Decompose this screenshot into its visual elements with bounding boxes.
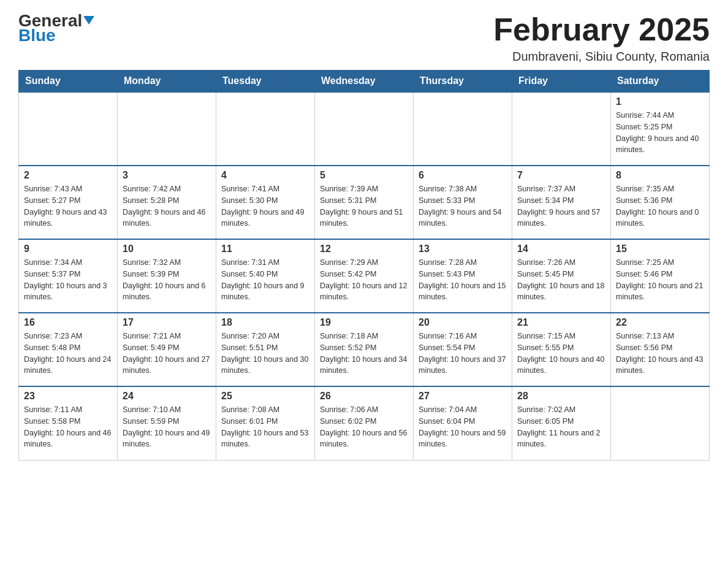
day-info: Sunrise: 7:08 AM Sunset: 6:01 PM Dayligh… (221, 404, 309, 450)
calendar-cell: 22Sunrise: 7:13 AM Sunset: 5:56 PM Dayli… (611, 313, 710, 386)
day-number: 8 (616, 170, 704, 181)
column-header-monday: Monday (118, 71, 216, 93)
calendar-cell: 9Sunrise: 7:34 AM Sunset: 5:37 PM Daylig… (19, 239, 118, 313)
calendar-cell: 12Sunrise: 7:29 AM Sunset: 5:42 PM Dayli… (315, 239, 414, 313)
calendar-cell: 28Sunrise: 7:02 AM Sunset: 6:05 PM Dayli… (512, 386, 611, 460)
day-number: 2 (24, 170, 112, 181)
calendar-cell: 2Sunrise: 7:43 AM Sunset: 5:27 PM Daylig… (19, 166, 118, 239)
calendar-header-row: SundayMondayTuesdayWednesdayThursdayFrid… (19, 71, 710, 93)
day-info: Sunrise: 7:44 AM Sunset: 5:25 PM Dayligh… (616, 110, 704, 156)
calendar-cell: 21Sunrise: 7:15 AM Sunset: 5:55 PM Dayli… (512, 313, 611, 386)
column-header-saturday: Saturday (611, 71, 710, 93)
column-header-tuesday: Tuesday (216, 71, 315, 93)
calendar-cell: 7Sunrise: 7:37 AM Sunset: 5:34 PM Daylig… (512, 166, 611, 239)
day-number: 21 (517, 317, 605, 328)
page-header: General Blue February 2025 Dumbraveni, S… (18, 12, 710, 64)
day-number: 20 (419, 317, 507, 328)
day-info: Sunrise: 7:43 AM Sunset: 5:27 PM Dayligh… (24, 183, 112, 229)
calendar-cell: 10Sunrise: 7:32 AM Sunset: 5:39 PM Dayli… (118, 239, 216, 313)
calendar-cell: 26Sunrise: 7:06 AM Sunset: 6:02 PM Dayli… (315, 386, 414, 460)
day-number: 28 (517, 391, 605, 402)
day-info: Sunrise: 7:41 AM Sunset: 5:30 PM Dayligh… (221, 183, 309, 229)
calendar-week-row: 2Sunrise: 7:43 AM Sunset: 5:27 PM Daylig… (19, 166, 710, 239)
calendar-cell: 27Sunrise: 7:04 AM Sunset: 6:04 PM Dayli… (414, 386, 512, 460)
calendar-cell: 1Sunrise: 7:44 AM Sunset: 5:25 PM Daylig… (611, 92, 710, 166)
calendar-cell: 6Sunrise: 7:38 AM Sunset: 5:33 PM Daylig… (414, 166, 512, 239)
day-info: Sunrise: 7:18 AM Sunset: 5:52 PM Dayligh… (320, 331, 408, 377)
day-info: Sunrise: 7:29 AM Sunset: 5:42 PM Dayligh… (320, 257, 408, 303)
calendar-week-row: 23Sunrise: 7:11 AM Sunset: 5:58 PM Dayli… (19, 386, 710, 460)
column-header-thursday: Thursday (414, 71, 512, 93)
day-info: Sunrise: 7:38 AM Sunset: 5:33 PM Dayligh… (419, 183, 507, 229)
calendar-cell: 18Sunrise: 7:20 AM Sunset: 5:51 PM Dayli… (216, 313, 315, 386)
day-info: Sunrise: 7:02 AM Sunset: 6:05 PM Dayligh… (517, 404, 605, 450)
calendar-cell (414, 92, 512, 166)
day-info: Sunrise: 7:04 AM Sunset: 6:04 PM Dayligh… (419, 404, 507, 450)
day-number: 9 (24, 243, 112, 255)
month-title: February 2025 (493, 12, 710, 47)
column-header-wednesday: Wednesday (315, 71, 414, 93)
calendar-cell: 11Sunrise: 7:31 AM Sunset: 5:40 PM Dayli… (216, 239, 315, 313)
day-number: 16 (24, 317, 112, 328)
calendar-cell (611, 386, 710, 460)
day-number: 24 (123, 391, 211, 402)
day-number: 7 (517, 170, 605, 181)
day-number: 5 (320, 170, 408, 181)
calendar-cell: 16Sunrise: 7:23 AM Sunset: 5:48 PM Dayli… (19, 313, 118, 386)
day-info: Sunrise: 7:42 AM Sunset: 5:28 PM Dayligh… (123, 183, 211, 229)
logo-blue: Blue (18, 27, 56, 44)
day-number: 1 (616, 96, 704, 107)
day-number: 18 (221, 317, 309, 328)
calendar-cell: 19Sunrise: 7:18 AM Sunset: 5:52 PM Dayli… (315, 313, 414, 386)
day-number: 4 (221, 170, 309, 181)
day-number: 6 (419, 170, 507, 181)
calendar-cell (19, 92, 118, 166)
day-info: Sunrise: 7:15 AM Sunset: 5:55 PM Dayligh… (517, 331, 605, 377)
svg-marker-0 (83, 16, 94, 25)
calendar-cell (216, 92, 315, 166)
day-number: 23 (24, 391, 112, 402)
day-info: Sunrise: 7:34 AM Sunset: 5:37 PM Dayligh… (24, 257, 112, 303)
calendar-cell (315, 92, 414, 166)
day-number: 12 (320, 243, 408, 255)
day-info: Sunrise: 7:16 AM Sunset: 5:54 PM Dayligh… (419, 331, 507, 377)
calendar-cell: 13Sunrise: 7:28 AM Sunset: 5:43 PM Dayli… (414, 239, 512, 313)
calendar-cell (118, 92, 216, 166)
calendar-table: SundayMondayTuesdayWednesdayThursdayFrid… (18, 70, 710, 461)
calendar-cell: 5Sunrise: 7:39 AM Sunset: 5:31 PM Daylig… (315, 166, 414, 239)
day-info: Sunrise: 7:37 AM Sunset: 5:34 PM Dayligh… (517, 183, 605, 229)
day-info: Sunrise: 7:13 AM Sunset: 5:56 PM Dayligh… (616, 331, 704, 377)
day-info: Sunrise: 7:10 AM Sunset: 5:59 PM Dayligh… (123, 404, 211, 450)
day-number: 17 (123, 317, 211, 328)
calendar-cell: 14Sunrise: 7:26 AM Sunset: 5:45 PM Dayli… (512, 239, 611, 313)
calendar-cell: 15Sunrise: 7:25 AM Sunset: 5:46 PM Dayli… (611, 239, 710, 313)
calendar-cell: 17Sunrise: 7:21 AM Sunset: 5:49 PM Dayli… (118, 313, 216, 386)
logo-triangle-icon (83, 16, 94, 25)
calendar-week-row: 16Sunrise: 7:23 AM Sunset: 5:48 PM Dayli… (19, 313, 710, 386)
day-number: 25 (221, 391, 309, 402)
day-info: Sunrise: 7:26 AM Sunset: 5:45 PM Dayligh… (517, 257, 605, 303)
day-info: Sunrise: 7:11 AM Sunset: 5:58 PM Dayligh… (24, 404, 112, 450)
column-header-sunday: Sunday (19, 71, 118, 93)
day-info: Sunrise: 7:28 AM Sunset: 5:43 PM Dayligh… (419, 257, 507, 303)
day-number: 13 (419, 243, 507, 255)
column-header-friday: Friday (512, 71, 611, 93)
day-info: Sunrise: 7:35 AM Sunset: 5:36 PM Dayligh… (616, 183, 704, 229)
day-number: 22 (616, 317, 704, 328)
day-info: Sunrise: 7:20 AM Sunset: 5:51 PM Dayligh… (221, 331, 309, 377)
calendar-cell: 24Sunrise: 7:10 AM Sunset: 5:59 PM Dayli… (118, 386, 216, 460)
day-number: 11 (221, 243, 309, 255)
day-info: Sunrise: 7:06 AM Sunset: 6:02 PM Dayligh… (320, 404, 408, 450)
title-block: February 2025 Dumbraveni, Sibiu County, … (493, 12, 710, 64)
calendar-cell: 25Sunrise: 7:08 AM Sunset: 6:01 PM Dayli… (216, 386, 315, 460)
day-number: 14 (517, 243, 605, 255)
day-number: 19 (320, 317, 408, 328)
day-info: Sunrise: 7:25 AM Sunset: 5:46 PM Dayligh… (616, 257, 704, 303)
calendar-week-row: 1Sunrise: 7:44 AM Sunset: 5:25 PM Daylig… (19, 92, 710, 166)
day-info: Sunrise: 7:31 AM Sunset: 5:40 PM Dayligh… (221, 257, 309, 303)
calendar-cell: 4Sunrise: 7:41 AM Sunset: 5:30 PM Daylig… (216, 166, 315, 239)
calendar-cell: 20Sunrise: 7:16 AM Sunset: 5:54 PM Dayli… (414, 313, 512, 386)
location-subtitle: Dumbraveni, Sibiu County, Romania (493, 50, 710, 64)
day-number: 10 (123, 243, 211, 255)
calendar-cell (512, 92, 611, 166)
